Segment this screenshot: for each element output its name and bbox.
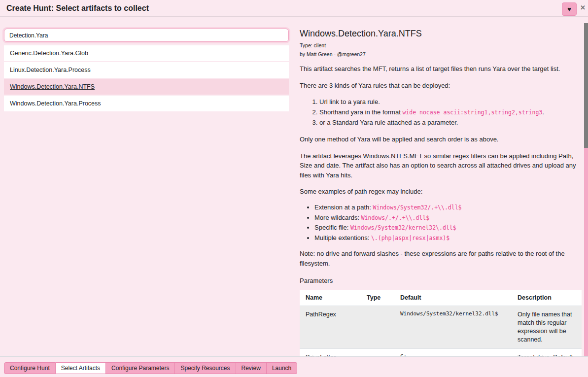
parameter-description-cell: Target drive. Default is a C: — [512, 348, 582, 356]
artifact-author: by Matt Green - @mgreen27 — [300, 51, 582, 57]
example-label: More wildcards: — [314, 214, 361, 221]
parameter-row: PathRegexWindows/System32/kernel32.dll$O… — [300, 306, 582, 349]
path-regex-example: Extension at a path: Windows/System32/.+… — [314, 204, 582, 211]
path-regex-intro: Some examples of path regex may include: — [300, 187, 582, 197]
artifact-description-intro: This artifact searches the MFT, returns … — [300, 64, 582, 74]
list-item-text: . — [542, 108, 544, 116]
parameters-table-header-row: NameTypeDefaultDescription — [300, 290, 582, 306]
inline-code: Windows/.+/.+\\.dll$ — [361, 214, 429, 221]
list-item-text: Url link to a yara rule. — [319, 98, 380, 105]
artifact-list: Generic.Detection.Yara.GlobLinux.Detecti… — [4, 45, 289, 111]
example-label: Extension at a path: — [314, 204, 373, 211]
parameter-default-cell: C: — [394, 348, 512, 356]
yara-rule-kind-item: or a Standard Yara rule attached as a pa… — [319, 118, 582, 128]
wizard-step-launch[interactable]: Launch — [267, 362, 297, 374]
scrollbar-track — [584, 148, 588, 373]
modal-scrollbar — [584, 23, 588, 373]
artifact-type: Type: client — [300, 42, 582, 48]
favorite-button[interactable]: ♥ — [562, 2, 577, 16]
close-icon[interactable]: ✕ — [580, 4, 586, 11]
artifact-list-item-label: Linux.Detection.Yara.Process — [10, 67, 91, 73]
artifact-leverages-paragraph: The artifact leverages Windows.NTFS.MFT … — [300, 151, 582, 180]
parameter-type-cell — [361, 348, 394, 356]
wizard-step-select-artifacts[interactable]: Select Artifacts — [56, 362, 106, 374]
inline-code: Windows/System32/.+\\.dll$ — [373, 204, 462, 211]
yara-rule-kind-item: Url link to a yara rule. — [319, 97, 582, 107]
artifact-list-item-label: Windows.Detection.Yara.NTFS — [10, 83, 95, 90]
artifact-title: Windows.Detection.Yara.NTFS — [300, 29, 582, 39]
yara-rule-kind-item: Shorthand yara in the format wide nocase… — [319, 107, 582, 117]
artifact-list-item-label: Generic.Detection.Yara.Glob — [10, 50, 88, 57]
artifact-list-item-label: Windows.Detection.Yara.Process — [10, 100, 101, 107]
example-label: Specific file: — [314, 224, 350, 231]
yara-kinds-intro: There are 3 kinds of Yara rules that can… — [300, 81, 582, 91]
parameter-type-cell — [361, 306, 394, 349]
modal-title: Create Hunt: Select artifacts to collect — [6, 4, 149, 13]
artifact-detail-panel: Windows.Detection.Yara.NTFS Type: client… — [300, 29, 582, 356]
artifact-list-item[interactable]: Windows.Detection.Yara.NTFS — [4, 79, 289, 95]
scrollbar-thumb[interactable] — [584, 23, 588, 148]
wizard-step-configure-hunt[interactable]: Configure Hunt — [4, 362, 56, 374]
list-item-text: or a Standard Yara rule attached as a pa… — [319, 119, 458, 126]
create-hunt-modal: Create Hunt: Select artifacts to collect… — [0, 0, 588, 377]
wizard-step-buttons: Configure HuntSelect ArtifactsConfigure … — [4, 362, 297, 374]
inline-code: wide nocase ascii:string1,string2,string… — [402, 109, 542, 116]
modal-header: Create Hunt: Select artifacts to collect… — [0, 0, 588, 17]
wizard-step-specify-resources[interactable]: Specify Resources — [175, 362, 236, 374]
parameters-table: NameTypeDefaultDescription PathRegexWind… — [300, 290, 582, 356]
parameters-column-header: Default — [394, 290, 512, 306]
inline-code: \.(php|aspx|resx|asmx)$ — [371, 235, 450, 241]
path-regex-example: Specific file: Windows/System32/kernel32… — [314, 224, 582, 232]
artifact-search-input[interactable] — [4, 29, 289, 42]
parameters-column-header: Description — [512, 290, 582, 306]
parameter-row: DriveLetterC:Target drive. Default is a … — [300, 348, 582, 356]
yara-rule-kinds-list: Url link to a yara rule. Shorthand yara … — [300, 97, 582, 128]
list-item-text: Shorthand yara in the format — [319, 108, 402, 116]
artifact-list-item[interactable]: Generic.Detection.Yara.Glob — [4, 45, 289, 61]
path-regex-examples-list: Extension at a path: Windows/System32/.+… — [300, 204, 582, 242]
parameters-heading: Parameters — [300, 277, 582, 284]
parameter-name-cell: PathRegex — [300, 306, 361, 349]
artifact-search-panel: Generic.Detection.Yara.GlobLinux.Detecti… — [4, 29, 289, 356]
artifact-list-item[interactable]: Linux.Detection.Yara.Process — [4, 62, 289, 78]
filesystem-note: Note: no drive and forward slashes - the… — [300, 249, 582, 268]
inline-code: Windows/System32/kernel32\.dll$ — [350, 224, 456, 231]
parameter-description-cell: Only file names that match this regular … — [512, 306, 582, 349]
wizard-step-configure-parameters[interactable]: Configure Parameters — [106, 362, 175, 374]
parameters-column-header: Type — [361, 290, 394, 306]
wizard-step-review[interactable]: Review — [236, 362, 267, 374]
yara-order-note: Only one method of Yara will be applied … — [300, 135, 582, 144]
heart-icon: ♥ — [567, 6, 571, 12]
path-regex-example: Multiple extentions: \.(php|aspx|resx|as… — [314, 234, 582, 242]
parameter-default-cell: Windows/System32/kernel32.dll$ — [394, 306, 512, 349]
parameter-name-cell: DriveLetter — [300, 348, 361, 356]
artifact-list-item[interactable]: Windows.Detection.Yara.Process — [4, 96, 289, 111]
parameters-column-header: Name — [300, 290, 361, 306]
wizard-footer: Configure HuntSelect ArtifactsConfigure … — [0, 356, 588, 377]
modal-body: Generic.Detection.Yara.GlobLinux.Detecti… — [0, 17, 588, 356]
path-regex-example: More wildcards: Windows/.+/.+\\.dll$ — [314, 214, 582, 222]
example-label: Multiple extentions: — [314, 234, 371, 241]
